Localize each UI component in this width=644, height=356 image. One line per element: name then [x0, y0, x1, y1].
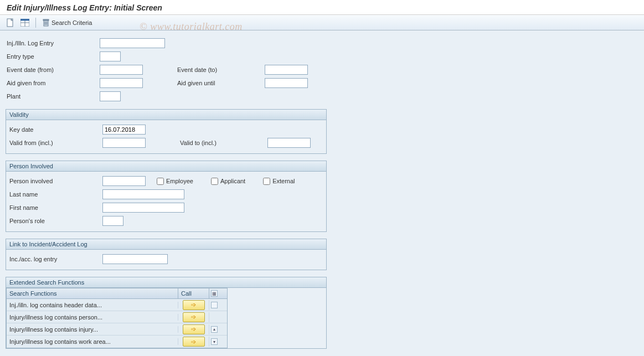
- firstname-input[interactable]: [102, 203, 184, 213]
- key-date-label: Key date: [8, 126, 102, 133]
- applicant-checkbox[interactable]: Applicant: [211, 178, 245, 185]
- event-date-to-label: Event date (to): [176, 66, 265, 73]
- search-criteria-label: Search Criteria: [51, 19, 92, 26]
- valid-from-input[interactable]: [102, 138, 146, 148]
- scroll-thumb[interactable]: [211, 302, 218, 308]
- person-involved-label: Person involved: [8, 178, 102, 184]
- arrow-right-icon: ➩: [191, 314, 196, 320]
- key-date-input[interactable]: [102, 125, 146, 135]
- plant-label: Plant: [6, 93, 100, 100]
- content-area: Inj./Illn. Log Entry Entry type Event da…: [0, 30, 644, 356]
- lastname-label: Last name: [8, 191, 102, 198]
- col-call: Call: [178, 288, 209, 298]
- inc-acc-input[interactable]: [102, 254, 168, 264]
- validity-header: Validity: [6, 110, 326, 120]
- person-header: Person Involved: [6, 161, 326, 172]
- external-label: External: [272, 178, 295, 184]
- scroll-up-icon[interactable]: ▴: [211, 326, 218, 333]
- arrow-right-icon: ➩: [191, 302, 196, 308]
- role-label: Person's role: [8, 218, 102, 224]
- entry-type-label: Entry type: [6, 53, 100, 60]
- arrow-right-icon: ➩: [191, 326, 196, 332]
- svg-rect-4: [20, 19, 29, 20]
- validity-panel: Validity Key date Valid from (incl.) Val…: [6, 109, 327, 154]
- table-row: Injury/illness log contains injury... ➩ …: [7, 323, 227, 336]
- link-panel: Link to Incident/Accident Log Inc./acc. …: [6, 239, 327, 270]
- col-search-functions: Search Functions: [7, 288, 178, 298]
- aid-from-input[interactable]: [100, 78, 143, 88]
- table-row: Injury/illness log contains person... ➩: [7, 311, 227, 323]
- ext-search-header: Extended Search Functions: [6, 277, 326, 288]
- lastname-input[interactable]: [102, 189, 184, 199]
- employee-label: Employee: [166, 178, 193, 184]
- person-panel: Person Involved Person involved Employee…: [6, 161, 327, 232]
- applicant-label: Applicant: [220, 178, 245, 184]
- ext-search-panel: Extended Search Functions Search Functio…: [6, 277, 327, 349]
- employee-checkbox[interactable]: Employee: [157, 178, 193, 185]
- trash-icon: [43, 19, 49, 27]
- svg-rect-6: [43, 19, 49, 20]
- person-involved-input[interactable]: [102, 176, 146, 186]
- valid-to-input[interactable]: [267, 138, 311, 148]
- search-func-label: Injury/illness log contains injury...: [7, 326, 178, 333]
- aid-until-input[interactable]: [265, 78, 308, 88]
- plant-input[interactable]: [100, 91, 121, 101]
- link-header: Link to Incident/Accident Log: [6, 239, 326, 250]
- search-functions-table: Search Functions Call ▦ Inj./illn. log c…: [6, 288, 228, 348]
- table-settings-icon[interactable]: ▦: [211, 290, 218, 297]
- inc-acc-label: Inc./acc. log entry: [8, 256, 102, 262]
- call-button[interactable]: ➩: [183, 300, 205, 310]
- table-row: Injury/illness log contains work area...…: [7, 336, 227, 348]
- entry-type-input[interactable]: [100, 51, 121, 61]
- event-date-from-label: Event date (from): [6, 66, 100, 73]
- valid-to-label: Valid to (incl.): [179, 140, 267, 146]
- aid-from-label: Aid given from: [6, 80, 100, 86]
- new-doc-icon[interactable]: [4, 17, 17, 28]
- aid-until-label: Aid given until: [176, 80, 265, 86]
- arrow-right-icon: ➩: [191, 339, 196, 345]
- toolbar: Search Criteria: [0, 15, 644, 30]
- event-date-from-input[interactable]: [100, 65, 143, 75]
- log-entry-input[interactable]: [100, 38, 165, 48]
- valid-from-label: Valid from (incl.): [8, 140, 102, 146]
- search-func-label: Injury/illness log contains person...: [7, 314, 178, 321]
- call-button[interactable]: ➩: [183, 337, 205, 347]
- event-date-to-input[interactable]: [265, 65, 308, 75]
- log-entry-label: Inj./Illn. Log Entry: [6, 40, 100, 47]
- search-func-label: Inj./illn. log contains header data...: [7, 302, 178, 308]
- scroll-down-icon[interactable]: ▾: [211, 338, 218, 345]
- role-input[interactable]: [102, 216, 123, 226]
- search-criteria-button[interactable]: Search Criteria: [40, 17, 94, 28]
- table-row: Inj./illn. log contains header data... ➩: [7, 299, 227, 311]
- call-button[interactable]: ➩: [183, 324, 205, 334]
- search-func-label: Injury/illness log contains work area...: [7, 338, 178, 345]
- call-button[interactable]: ➩: [183, 312, 205, 322]
- firstname-label: First name: [8, 204, 102, 211]
- grid-icon[interactable]: [19, 17, 31, 28]
- toolbar-separator: [35, 18, 36, 28]
- page-title: Edit Injury/Illness Log Entry: Initial S…: [0, 0, 644, 15]
- external-checkbox[interactable]: External: [263, 178, 295, 185]
